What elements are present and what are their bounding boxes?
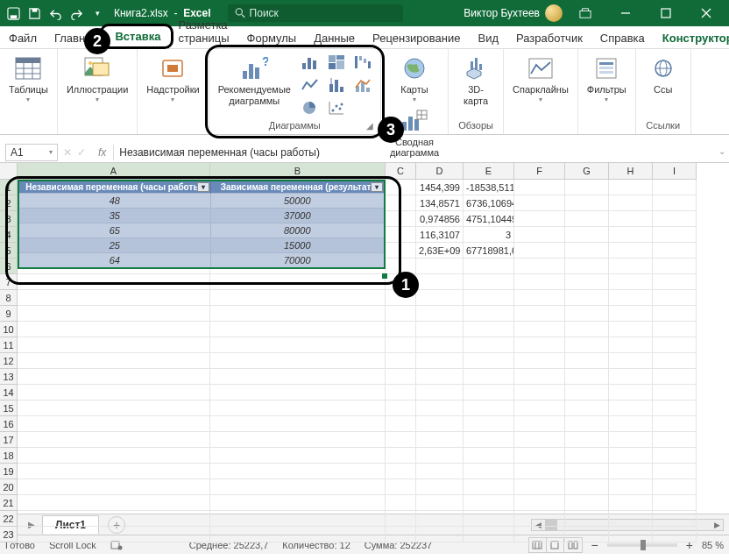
- cell[interactable]: [653, 337, 697, 353]
- cell[interactable]: [18, 464, 210, 479]
- cell[interactable]: [386, 306, 416, 322]
- charts-dialog-launcher[interactable]: ◢: [366, 121, 375, 132]
- formula-bar[interactable]: Независимая переменная (часы работы) ⌄: [113, 145, 729, 160]
- cell[interactable]: [653, 290, 697, 306]
- cell[interactable]: [565, 274, 609, 290]
- cell[interactable]: [653, 195, 697, 211]
- cell[interactable]: [653, 322, 697, 337]
- cell[interactable]: [18, 511, 210, 527]
- cell[interactable]: [210, 511, 386, 527]
- cell[interactable]: [18, 432, 210, 448]
- row-header[interactable]: 19: [0, 464, 18, 479]
- cell[interactable]: [464, 479, 514, 495]
- cell[interactable]: [210, 369, 386, 385]
- cell[interactable]: [565, 322, 609, 337]
- cell[interactable]: [464, 495, 514, 511]
- cell[interactable]: [210, 353, 386, 369]
- cell[interactable]: [609, 448, 653, 464]
- cell[interactable]: [464, 448, 514, 464]
- links-button[interactable]: Ссы: [641, 53, 685, 97]
- cell[interactable]: [653, 527, 697, 542]
- cell[interactable]: [416, 401, 464, 416]
- formula-expand-icon[interactable]: ⌄: [718, 146, 725, 156]
- cell[interactable]: [514, 243, 565, 259]
- cell[interactable]: [210, 432, 386, 448]
- cell[interactable]: [210, 337, 386, 353]
- cell[interactable]: [416, 448, 464, 464]
- cell[interactable]: [210, 401, 386, 416]
- cell[interactable]: [653, 448, 697, 464]
- cell[interactable]: [416, 322, 464, 337]
- cell[interactable]: [386, 227, 416, 243]
- cell[interactable]: [565, 243, 609, 259]
- row-header[interactable]: 11: [0, 337, 18, 353]
- cell[interactable]: [386, 416, 416, 432]
- cell[interactable]: [514, 195, 565, 211]
- cell[interactable]: [386, 448, 416, 464]
- cell[interactable]: [386, 401, 416, 416]
- cell[interactable]: [565, 401, 609, 416]
- cell[interactable]: [565, 259, 609, 274]
- cell[interactable]: [565, 432, 609, 448]
- cell[interactable]: [514, 385, 565, 401]
- cell[interactable]: [609, 227, 653, 243]
- cell[interactable]: 4751,10449: [464, 211, 514, 227]
- cell[interactable]: [609, 290, 653, 306]
- table-row[interactable]: 3537000: [18, 209, 385, 223]
- cell[interactable]: [464, 322, 514, 337]
- cell[interactable]: [565, 511, 609, 527]
- row-header[interactable]: 23: [0, 527, 18, 542]
- cell[interactable]: [210, 322, 386, 337]
- cell[interactable]: [565, 306, 609, 322]
- cell[interactable]: [514, 511, 565, 527]
- cell[interactable]: [210, 306, 386, 322]
- cell[interactable]: [416, 385, 464, 401]
- column-chart-icon[interactable]: [298, 53, 322, 72]
- cell[interactable]: [514, 448, 565, 464]
- tab-review[interactable]: Рецензирование: [364, 28, 469, 48]
- cell[interactable]: [464, 259, 514, 274]
- cell[interactable]: [464, 290, 514, 306]
- cell[interactable]: 134,8571: [416, 195, 464, 211]
- row-header[interactable]: 17: [0, 432, 18, 448]
- cell[interactable]: [514, 432, 565, 448]
- cell[interactable]: [653, 227, 697, 243]
- cell[interactable]: [18, 385, 210, 401]
- cell[interactable]: [416, 527, 464, 542]
- cell[interactable]: [653, 416, 697, 432]
- cell[interactable]: [653, 180, 697, 195]
- cell[interactable]: [464, 401, 514, 416]
- 3d-map-button[interactable]: 3D- карта: [454, 53, 498, 108]
- cell[interactable]: [386, 432, 416, 448]
- filters-button[interactable]: Фильтры ▾: [584, 53, 630, 105]
- tab-insert[interactable]: Вставка: [106, 26, 169, 48]
- cell[interactable]: [565, 195, 609, 211]
- save-icon[interactable]: [26, 5, 42, 21]
- data-table[interactable]: Независимая переменная (часы работы) ▾ З…: [18, 180, 386, 269]
- line-chart-icon[interactable]: [298, 75, 322, 95]
- cell[interactable]: [653, 385, 697, 401]
- cell[interactable]: [609, 274, 653, 290]
- row-header[interactable]: 16: [0, 416, 18, 432]
- cell[interactable]: [565, 495, 609, 511]
- cell[interactable]: [609, 511, 653, 527]
- cell[interactable]: [609, 306, 653, 322]
- cell[interactable]: [416, 495, 464, 511]
- tab-developer[interactable]: Разработчик: [507, 28, 591, 48]
- cell[interactable]: [386, 211, 416, 227]
- cell[interactable]: [18, 290, 210, 306]
- cell[interactable]: [609, 527, 653, 542]
- cell[interactable]: [609, 464, 653, 479]
- cell[interactable]: [416, 464, 464, 479]
- column-header[interactable]: D: [416, 163, 464, 180]
- cell[interactable]: [653, 432, 697, 448]
- cell[interactable]: [609, 243, 653, 259]
- cell[interactable]: [464, 385, 514, 401]
- cell[interactable]: [653, 479, 697, 495]
- cell[interactable]: [386, 385, 416, 401]
- tab-page-layout[interactable]: Разметка страницы: [169, 15, 237, 48]
- cell[interactable]: [18, 322, 210, 337]
- cell[interactable]: [514, 227, 565, 243]
- cell[interactable]: [416, 290, 464, 306]
- cell[interactable]: [416, 369, 464, 385]
